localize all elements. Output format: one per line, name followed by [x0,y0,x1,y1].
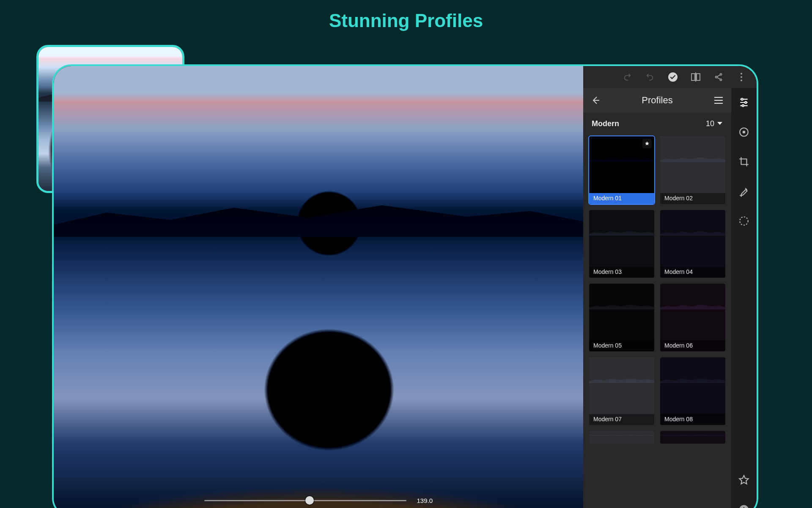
svg-point-20 [743,131,746,134]
svg-point-18 [742,105,744,106]
profile-card[interactable]: Modern 04 [660,210,725,278]
svg-point-7 [741,73,742,75]
profile-card[interactable]: Modern 05 [589,284,654,351]
chevron-down-icon [717,121,723,126]
more-icon[interactable] [736,72,746,82]
group-name: Modern [592,119,619,128]
svg-point-8 [741,76,742,78]
compare-icon[interactable] [691,72,701,82]
favorite-star-icon [642,139,652,148]
profile-label: Modern 07 [589,414,654,425]
panel-title: Profiles [608,95,707,106]
profile-label: Modern 04 [660,267,725,278]
profile-card[interactable]: Modern 07 [589,357,654,425]
svg-point-9 [741,80,742,81]
menu-icon[interactable] [713,96,724,105]
page-title: Stunning Profiles [329,10,483,31]
star-icon[interactable] [738,474,750,486]
profile-card[interactable]: Modern 02 [660,136,725,204]
arrow-left-icon[interactable] [591,95,601,105]
main-photo[interactable]: 139.0 [54,66,583,508]
svg-rect-2 [697,74,700,80]
profile-card[interactable]: Modern 01 [589,136,654,204]
radial-icon[interactable] [738,215,750,227]
info-icon[interactable] [738,504,750,508]
profile-card[interactable] [660,431,725,444]
redo-icon[interactable] [622,72,632,82]
svg-point-17 [745,102,746,103]
target-icon[interactable] [738,126,750,138]
zoom-slider[interactable]: 139.0 [204,493,433,508]
tool-strip [731,88,757,508]
profile-label: Modern 03 [589,267,654,278]
profile-label: Modern 01 [589,193,654,204]
brush-icon[interactable] [738,185,750,197]
panel-header: Profiles [583,88,731,113]
profiles-grid: Modern 01Modern 02Modern 03Modern 04Mode… [583,132,731,508]
profile-card[interactable]: Modern 08 [660,357,725,425]
svg-point-5 [720,74,721,75]
svg-point-16 [741,98,743,100]
svg-point-21 [740,217,748,225]
profile-label: Modern 08 [660,414,725,425]
profile-card[interactable] [589,431,654,444]
svg-point-6 [720,79,721,80]
svg-point-4 [715,76,717,78]
profiles-panel: Profiles Modern 10 Modern 01Modern 02Mod… [583,88,731,508]
profile-card[interactable]: Modern 06 [660,284,725,351]
zoom-value: 139.0 [412,497,433,504]
sliders-icon[interactable] [738,97,750,108]
profile-label: Modern 05 [589,340,654,351]
profile-label: Modern 02 [660,193,725,204]
check-circle-icon[interactable] [668,72,678,82]
profile-group-header[interactable]: Modern 10 [583,113,731,132]
top-toolbar [583,66,757,88]
share-icon[interactable] [713,72,724,82]
device-frame: 139.0 Profiles [52,64,758,508]
svg-rect-1 [691,74,695,80]
profile-card[interactable]: Modern 03 [589,210,654,278]
undo-icon[interactable] [645,72,655,82]
profile-label: Modern 06 [660,340,725,351]
group-count-dropdown[interactable]: 10 [706,119,723,128]
crop-icon[interactable] [738,156,750,168]
